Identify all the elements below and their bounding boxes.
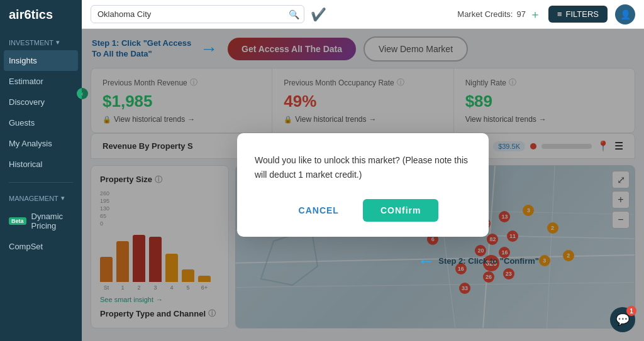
sidebar-item-discovery[interactable]: Discovery	[0, 92, 82, 112]
sidebar: air6tics Investment ▾ Insights Estimator…	[0, 0, 82, 341]
chat-widget[interactable]: 💬 1	[610, 307, 635, 332]
compset-label: CompSet	[9, 242, 43, 251]
sidebar-item-historical[interactable]: Historical	[0, 154, 82, 175]
sidebar-divider	[9, 182, 73, 183]
modal-actions: CANCEL CONfirm	[255, 199, 471, 222]
filter-icon: ≡	[557, 9, 562, 19]
sidebar-item-estimator[interactable]: Estimator	[0, 71, 82, 92]
insights-label: Insights	[9, 56, 37, 65]
search-input[interactable]	[91, 5, 304, 23]
sidebar-item-dynamic-pricing[interactable]: Beta Dynamic Pricing	[0, 206, 82, 236]
management-section-header[interactable]: Management ▾	[0, 190, 82, 206]
market-credits-value: 97	[516, 9, 525, 19]
modal-text: Would you like to unlock this market? (P…	[255, 153, 471, 181]
topbar-right: Market Credits: 97 ＋ ≡ FILTERS 👤	[457, 4, 635, 24]
modal-overlay: Would you like to unlock this market? (P…	[82, 29, 644, 341]
modal-dialog: Would you like to unlock this market? (P…	[237, 133, 489, 237]
management-label: Management	[9, 195, 58, 202]
market-credits: Market Credits: 97 ＋	[457, 7, 541, 22]
search-icon: 🔍	[289, 9, 299, 19]
avatar[interactable]: 👤	[615, 4, 635, 24]
investment-section: Investment ▾ Insights Estimator Discover…	[0, 30, 82, 180]
sidebar-item-insights[interactable]: Insights	[4, 50, 78, 71]
filters-label: FILTERS	[566, 9, 599, 19]
app-logo: air6tics	[0, 0, 82, 30]
cancel-button[interactable]: CANCEL	[287, 199, 350, 222]
chevron-down-icon-2: ▾	[61, 194, 65, 202]
chat-badge: 1	[626, 306, 636, 316]
guests-label: Guests	[9, 118, 35, 127]
myanalysis-label: My Analysis	[9, 139, 52, 148]
filters-button[interactable]: ≡ FILTERS	[548, 6, 608, 23]
investment-label: Investment	[9, 39, 53, 46]
content-area: Step 1: Click "Get Access To All the Dat…	[82, 29, 644, 341]
beta-badge: Beta	[9, 217, 26, 225]
chevron-down-icon: ▾	[56, 38, 60, 46]
main-area: 🔍 ✔️ Market Credits: 97 ＋ ≡ FILTERS 👤	[82, 0, 644, 341]
sidebar-item-myanalysis[interactable]: My Analysis	[0, 133, 82, 154]
market-credits-label: Market Credits:	[457, 9, 513, 19]
sidebar-item-compset[interactable]: CompSet	[0, 236, 82, 257]
add-credit-button[interactable]: ＋	[530, 7, 541, 22]
confirm-button[interactable]: CONfirm	[363, 199, 439, 222]
investment-section-header[interactable]: Investment ▾	[0, 35, 82, 50]
verified-icon: ✔️	[311, 7, 326, 22]
chat-icon: 💬	[616, 313, 630, 327]
step2-arrow-icon: ←	[417, 251, 435, 271]
dynamic-pricing-label: Dynamic Pricing	[31, 212, 73, 230]
step2-annotation: ← Step 2: Click to "Confirm"	[417, 251, 539, 271]
topbar: 🔍 ✔️ Market Credits: 97 ＋ ≡ FILTERS 👤	[82, 0, 644, 29]
discovery-label: Discovery	[9, 97, 45, 107]
sidebar-item-guests[interactable]: Guests	[0, 112, 82, 133]
search-bar: 🔍	[91, 5, 304, 23]
estimator-label: Estimator	[9, 77, 43, 86]
logo-text: air6tics	[9, 8, 53, 22]
historical-label: Historical	[9, 160, 42, 169]
step2-label: Step 2: Click to "Confirm"	[438, 256, 539, 266]
management-section: Management ▾ Beta Dynamic Pricing CompSe…	[0, 185, 82, 262]
